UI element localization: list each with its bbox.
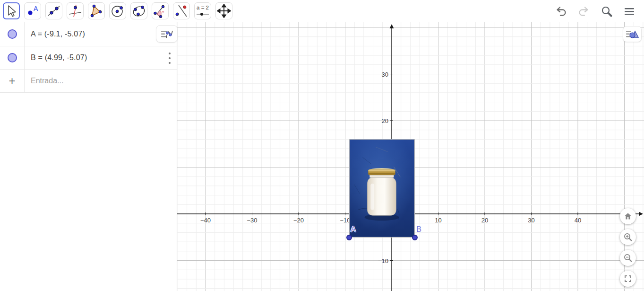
search-icon: [601, 5, 613, 18]
circle-with-center-icon: [111, 4, 125, 18]
toolbar-actions: [555, 0, 635, 22]
visibility-toggle-A[interactable]: [8, 29, 17, 39]
point-B[interactable]: [412, 235, 418, 240]
zoom-out-button[interactable]: [620, 250, 636, 266]
graphics-view[interactable]: −40−30−20−10102030403020−10: [177, 22, 644, 291]
fullscreen-icon: [623, 274, 633, 283]
algebra-input-row[interactable]: +: [0, 70, 177, 93]
tool-circle-with-center-button[interactable]: [109, 2, 126, 19]
graphics-stylebar-icon: [625, 28, 639, 40]
algebra-row-A[interactable]: A = (-9.1, -5.07): [0, 22, 177, 46]
tool-slider-button[interactable]: a = 2: [194, 2, 211, 19]
tool-polygon-button[interactable]: [88, 2, 105, 19]
visibility-cell: [0, 22, 25, 46]
undo-button[interactable]: [555, 5, 567, 18]
algebra-row-B[interactable]: B = (4.99, -5.07): [0, 46, 177, 70]
perpendicular-line-icon: [68, 4, 82, 18]
home-button[interactable]: [620, 208, 636, 224]
y-tick-label: 20: [382, 117, 388, 124]
menu-button[interactable]: [623, 5, 635, 18]
cursor-icon: [4, 4, 18, 18]
definition-B: B = (4.99, -5.07): [25, 53, 87, 62]
y-tick-label: −10: [378, 257, 388, 264]
tool-point-button[interactable]: A: [24, 2, 41, 19]
redo-icon: [577, 5, 590, 18]
x-tick-label: −20: [293, 217, 304, 224]
tool-reflect-about-line-button[interactable]: [173, 2, 190, 19]
visibility-cell: [0, 46, 25, 69]
home-icon: [623, 212, 633, 221]
embedded-image-jar[interactable]: [349, 139, 415, 238]
svg-text:A: A: [34, 5, 38, 12]
fullscreen-button[interactable]: [620, 271, 636, 287]
x-tick-label: −40: [200, 217, 211, 224]
zoom-in-button[interactable]: [620, 229, 636, 245]
reflect-about-line-icon: [174, 4, 189, 18]
tool-conic-through-points-button[interactable]: [130, 2, 147, 19]
point-label-A: A: [351, 225, 356, 234]
slider-icon-label: a = 2: [197, 5, 209, 10]
algebra-input[interactable]: [25, 77, 162, 85]
conic-through-points-icon: [132, 4, 146, 18]
x-tick-label: 30: [528, 217, 534, 224]
row-options-button[interactable]: [165, 53, 174, 64]
x-tick-label: 10: [435, 217, 441, 224]
y-tick-label: 30: [382, 71, 388, 78]
redo-button[interactable]: [577, 5, 590, 18]
jar-photo: [350, 140, 414, 237]
move-graphics-view-icon: [217, 4, 231, 18]
zoom-out-icon: [623, 253, 633, 263]
x-tick-label: 20: [481, 217, 488, 224]
tool-perpendicular-line-button[interactable]: [67, 2, 84, 19]
tool-line-button[interactable]: [45, 2, 62, 19]
definition-A: A = (-9.1, -5.07): [25, 30, 85, 38]
line-icon: [47, 4, 61, 18]
angle-icon: α: [153, 4, 167, 18]
algebra-stylebar-button[interactable]: [156, 25, 178, 43]
menu-icon: [623, 5, 635, 18]
undo-icon: [555, 5, 567, 18]
point-icon: A: [26, 4, 40, 18]
search-button[interactable]: [600, 5, 613, 18]
top-toolbar: A: [0, 0, 644, 22]
tool-angle-button[interactable]: α: [152, 2, 169, 19]
add-cell: +: [0, 70, 25, 92]
tool-move-button[interactable]: [3, 2, 20, 19]
tool-move-graphics-view-button[interactable]: [215, 2, 232, 19]
point-label-B: B: [416, 225, 421, 234]
x-tick-label: −10: [340, 217, 350, 224]
plus-icon[interactable]: +: [9, 75, 15, 87]
algebra-panel: A = (-9.1, -5.07) B = (4.99, -5.07) +: [0, 22, 177, 291]
tool-buttons: A: [0, 2, 232, 19]
x-tick-label: 40: [575, 217, 581, 224]
x-tick-label: −30: [247, 217, 257, 224]
zoom-in-icon: [623, 232, 633, 242]
polygon-icon: [89, 4, 103, 18]
algebra-stylebar-icon: [160, 28, 173, 40]
visibility-toggle-B[interactable]: [8, 53, 17, 62]
slider-icon: a = 2: [195, 3, 210, 18]
graphics-stylebar-button[interactable]: [623, 26, 642, 42]
svg-text:α: α: [162, 9, 164, 14]
